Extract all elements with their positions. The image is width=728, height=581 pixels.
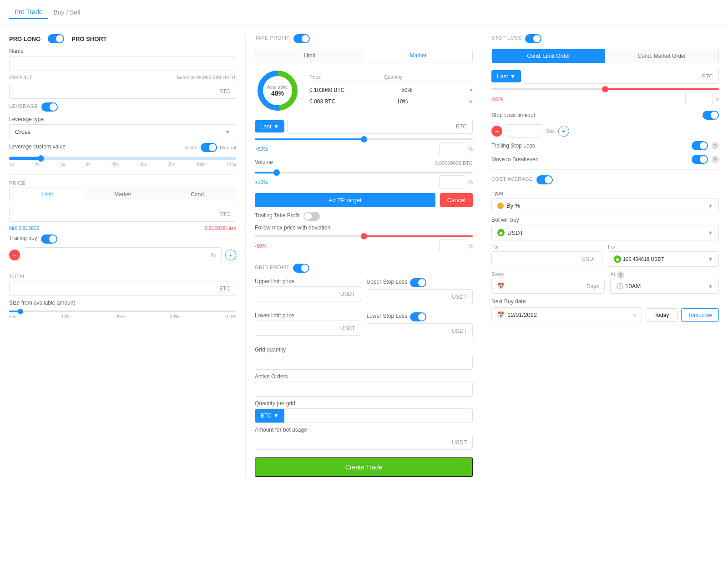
pro-long-toggle[interactable] (48, 34, 64, 43)
leverage-toggle[interactable] (41, 102, 58, 112)
trailing-buy-toggle[interactable] (41, 234, 57, 244)
price-tab-market[interactable]: Market (85, 188, 161, 201)
timeout-input[interactable]: 200 (506, 124, 542, 138)
deviation-slider-track[interactable] (255, 235, 473, 237)
bot-currency-select[interactable]: ◆ USDT ▼ (491, 225, 719, 240)
upper-sl-input[interactable]: 52178.28 (373, 293, 452, 300)
trailing-sl-toggle[interactable] (692, 141, 708, 150)
total-input-wrap: 0.00000 BTC (9, 281, 236, 296)
trailing-plus-btn[interactable]: + (225, 250, 236, 260)
sl-last-btn[interactable]: Last ▼ (491, 70, 521, 82)
donut-chart: Available: 48% (255, 68, 300, 113)
tp-row2-remove-icon[interactable]: × (469, 98, 473, 105)
every-wrap: Every 📅 7 Days (491, 271, 605, 294)
size-slider-thumb[interactable] (18, 309, 23, 314)
deviation-input[interactable]: -50 (439, 239, 466, 252)
tp-slider1-pct-suffix: % (468, 146, 473, 152)
breakeven-info-icon[interactable]: ? (712, 156, 719, 163)
grid-qty-input[interactable]: 201 (255, 355, 473, 370)
trailing-input[interactable]: 1 (30, 251, 211, 258)
upper-sl-toggle[interactable] (410, 278, 426, 287)
price-input[interactable]: 0.00000 (15, 211, 219, 218)
stop-loss-label: STOP LOSS (491, 35, 521, 41)
size-slider-track[interactable] (9, 311, 236, 312)
sl-tab-market[interactable]: Cond. Market Order (605, 49, 718, 63)
at-select[interactable]: 🕐 10AM ▼ (610, 279, 719, 294)
volume-slider-thumb[interactable] (273, 169, 280, 176)
lower-limit-input[interactable]: 18476.244 (261, 325, 340, 331)
lower-limit-wrap: Lower limit price 18476.244 USDT (255, 312, 361, 342)
at-info-icon[interactable]: ? (617, 271, 624, 279)
tomorrow-btn[interactable]: Tomorrow (681, 308, 719, 322)
timeout-minus-btn[interactable]: − (491, 126, 502, 137)
for2-label: For (608, 244, 719, 250)
deviation-slider-fill (364, 235, 473, 237)
upper-limit-input[interactable]: 47434.8 (261, 290, 340, 297)
timeout-plus-btn[interactable]: + (558, 126, 569, 137)
sl-slider-track[interactable] (491, 88, 719, 90)
qty-per-grid-btn[interactable]: BTC ▼ (255, 409, 284, 423)
grid-profit-toggle[interactable] (293, 264, 309, 273)
sl-timeout-toggle[interactable] (703, 111, 719, 120)
tp-slider1-input[interactable]: 50 (439, 142, 466, 155)
tp-last-input-wrap: 0.00000 BTC (287, 119, 473, 134)
leverage-type-select[interactable]: Cross ▼ (9, 124, 236, 139)
middle-section: TAKE PROFIT Limit Market (246, 34, 482, 477)
sl-slider-thumb[interactable] (602, 86, 608, 92)
for1-input[interactable]: 100 (497, 255, 581, 262)
create-trade-btn[interactable]: Create Trade (255, 457, 473, 477)
for2-chevron-icon: ▼ (708, 256, 713, 262)
for2-select[interactable]: ◆ 105.454818 USDT ▼ (608, 251, 719, 267)
trailing-sl-info-icon[interactable]: ? (712, 142, 719, 149)
tp-slider1-track[interactable] (255, 138, 473, 140)
lower-limit-row: Lower limit price 18476.244 USDT Lower S… (255, 312, 473, 342)
tp-tab-market[interactable]: Market (364, 49, 473, 62)
lower-sl-toggle[interactable] (410, 312, 426, 321)
name-input[interactable]: My Grid Bot (15, 60, 230, 67)
size-50pct: 50% (170, 314, 179, 319)
for1-currency: USDT (581, 256, 597, 262)
tp-slider1-thumb[interactable] (361, 136, 367, 143)
tab-buy-sell[interactable]: Buy / Sell (48, 6, 86, 19)
sl-tab-limit[interactable]: Cond. Limit Order (492, 49, 605, 63)
active-orders-input[interactable]: 201 (255, 382, 473, 397)
type-icon (497, 203, 504, 209)
volume-input[interactable]: 10 (439, 175, 466, 189)
price-tab-limit[interactable]: Limit (10, 188, 85, 201)
type-select[interactable]: By % ▼ (491, 198, 719, 213)
stop-loss-toggle[interactable] (525, 34, 541, 43)
take-profit-toggle[interactable] (293, 34, 310, 43)
tp-tab-limit[interactable]: Limit (255, 49, 364, 62)
amount-usage-label: Amount for bot usage (255, 427, 473, 433)
amount-usage-input[interactable]: 0.04105832 (261, 439, 452, 446)
move-breakeven-toggle[interactable] (692, 155, 708, 164)
volume-slider-track[interactable] (255, 172, 473, 173)
cost-average-toggle[interactable] (536, 175, 553, 184)
total-input[interactable]: 0.00000 (15, 285, 219, 292)
today-btn[interactable]: Today (646, 308, 677, 322)
price-tab-cond[interactable]: Cond. (160, 188, 236, 201)
add-tp-btn[interactable]: Ad TP target (255, 193, 435, 207)
deviation-slider-thumb[interactable] (361, 233, 367, 240)
tab-pro-trade[interactable]: Pro Trade (9, 5, 48, 19)
tp-last-input[interactable]: 0.00000 (293, 123, 456, 130)
amount-usage-currency: USDT (452, 439, 467, 446)
next-buy-label: Next Buy date (491, 298, 719, 305)
next-buy-clear-icon[interactable]: × (633, 311, 637, 318)
trailing-minus-btn[interactable]: − (9, 250, 20, 260)
amount-input[interactable]: 0.00000 (15, 88, 219, 95)
qty-chevron-icon: ▼ (273, 413, 279, 419)
slider-toggle[interactable] (201, 143, 217, 152)
leverage-slider-thumb[interactable] (38, 155, 44, 162)
tp-row1-price: 0.103060 BTC (309, 87, 344, 93)
sl-last-input[interactable]: 0.00000 (530, 73, 702, 80)
sl-pct-input[interactable]: -50 (685, 92, 713, 105)
cancel-btn[interactable]: Cancel (440, 193, 473, 207)
donut-area: Available: 48% Price Quantity 0.103060 B… (255, 68, 473, 113)
trailing-tp-toggle[interactable] (303, 212, 320, 221)
grid-qty-label: Grid quantity (255, 347, 473, 353)
lower-sl-input[interactable]: 16628.6196 (373, 327, 452, 334)
every-input[interactable]: 7 (507, 283, 584, 290)
tp-row1-remove-icon[interactable]: × (469, 87, 473, 94)
tp-last-btn[interactable]: Last ▼ (255, 120, 284, 133)
